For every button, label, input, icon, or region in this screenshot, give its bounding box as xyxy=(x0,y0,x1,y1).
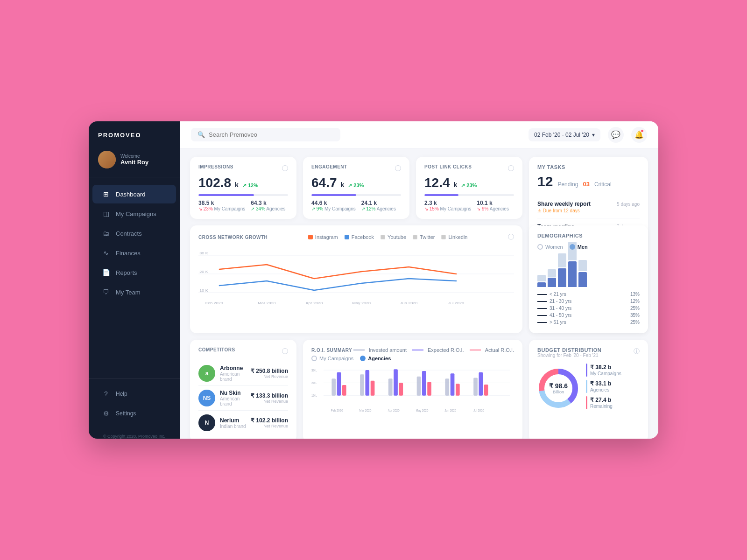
cross-network-card: CROSS NETWORK GROWTH Instagram Facebook … xyxy=(190,225,522,333)
competitors-card: COMPETITORS ⓘ a Arbonne American brand ₹… xyxy=(190,340,296,439)
svg-rect-26 xyxy=(399,383,403,395)
svg-rect-20 xyxy=(342,385,346,396)
demo-label-3: 41 - 50 yrs xyxy=(550,313,571,318)
svg-text:30 L: 30 L xyxy=(311,369,317,372)
sidebar-item-myteam[interactable]: ⛉My Team xyxy=(92,283,176,301)
campaigns-icon: ◫ xyxy=(102,210,110,218)
tasks-pending-label: Pending xyxy=(557,181,578,188)
sidebar-item-label: Dashboard xyxy=(116,191,146,198)
roi-legend: Invested amount Expected R.O.I. Actual R… xyxy=(353,347,514,353)
sidebar-item-reports[interactable]: 📄Reports xyxy=(92,263,176,282)
plc-sub2-label: Agencies xyxy=(490,206,509,211)
gender-men-label: Men xyxy=(578,244,588,250)
svg-text:Jun 2020: Jun 2020 xyxy=(444,409,457,412)
budget-card: BUDGET DISTRIBUTION Showing for Feb '20 … xyxy=(529,340,648,439)
impressions-info-icon[interactable]: ⓘ xyxy=(282,164,288,173)
date-range-button[interactable]: 02 Feb '20 - 02 Jul '20 ▾ xyxy=(529,128,600,141)
finances-icon: ∿ xyxy=(102,249,110,257)
comp-logo-nerium: N xyxy=(198,414,215,431)
copyright: © Copyright 2020, Promoveo Inc. xyxy=(89,430,180,439)
comp-type-0: American brand xyxy=(220,371,246,382)
comp-name-0: Arbonne xyxy=(220,365,246,371)
budget-donut: ₹ 98.6 Billion xyxy=(537,367,579,409)
sidebar-bottom: ?Help⚙Settings xyxy=(89,378,180,430)
imp-sub2-label: Agencies xyxy=(266,206,285,211)
engagement-info-icon[interactable]: ⓘ xyxy=(395,164,401,173)
budget-amount-1: ₹ 33.1 b xyxy=(590,380,611,387)
radio-agencies xyxy=(360,356,366,361)
chart-legend: Instagram Facebook Youtube Twitter Linke… xyxy=(308,234,468,240)
budget-title: BUDGET DISTRIBUTION xyxy=(537,347,601,353)
roi-tab-campaigns[interactable]: My Campaigns xyxy=(311,356,353,361)
logo: PROMOVEO xyxy=(89,121,180,146)
sidebar-item-finances[interactable]: ∿Finances xyxy=(92,244,176,262)
budget-donut-wrap: ₹ 98.6 Billion ₹ 38.2 b My Campaigns xyxy=(537,364,640,413)
plc-info-icon[interactable]: ⓘ xyxy=(508,164,514,173)
svg-rect-32 xyxy=(456,384,460,395)
roi-tab-agencies[interactable]: Agencies xyxy=(360,356,391,361)
search-input[interactable] xyxy=(209,131,334,138)
svg-text:10 L: 10 L xyxy=(311,394,317,397)
legend-linkedin: Linkedin xyxy=(448,234,467,240)
user-name: Avnit Roy xyxy=(120,159,148,166)
imp-sub2-value: 64.3 k xyxy=(251,200,285,206)
sidebar-item-help[interactable]: ?Help xyxy=(92,385,176,403)
legend-twitter: Twitter xyxy=(420,234,435,240)
messages-icon[interactable]: 💬 xyxy=(608,127,624,143)
sidebar-item-label: My Campaigns xyxy=(116,210,156,217)
competitor-item: a Arbonne American brand ₹ 250.8 billion… xyxy=(198,361,288,386)
svg-text:20 K: 20 K xyxy=(199,269,208,273)
imp-sub2-pct: ↗ 34% xyxy=(251,206,265,211)
tasks-critical-count: 03 xyxy=(583,181,589,188)
plc-sub1-pct: ↘ 15% xyxy=(424,206,439,211)
svg-rect-23 xyxy=(371,381,375,396)
demo-row: 41 - 50 yrs 35% xyxy=(537,312,640,319)
svg-text:Mar 2020: Mar 2020 xyxy=(258,301,275,305)
impressions-title: IMPRESSIONS xyxy=(198,164,233,169)
sidebar-item-label: Help xyxy=(116,391,127,397)
competitors-info-icon[interactable]: ⓘ xyxy=(282,347,288,356)
demo-row: 21 - 30 yrs 12% xyxy=(537,298,640,305)
app-shell: PROMOVEO Welcome Avnit Roy ⊞Dashboard◫My… xyxy=(89,121,658,439)
sidebar-item-label: Contracts xyxy=(116,230,142,237)
task-time: 5 days ago xyxy=(617,202,640,207)
comp-label-0: Net Revenue xyxy=(251,374,288,379)
notifications-icon[interactable]: 🔔 xyxy=(631,127,647,143)
comp-type-1: American brand xyxy=(220,396,246,406)
search-bar[interactable]: 🔍 xyxy=(191,128,340,141)
competitor-item: NS Nu Skin American brand ₹ 133.3 billio… xyxy=(198,386,288,411)
svg-text:20 L: 20 L xyxy=(311,381,317,385)
svg-text:Apr 2020: Apr 2020 xyxy=(306,301,323,305)
sidebar-item-contracts[interactable]: 🗂Contracts xyxy=(92,224,176,243)
impressions-value: 102.8 xyxy=(198,175,231,190)
svg-text:May 2020: May 2020 xyxy=(352,301,371,305)
demo-pct-1: 12% xyxy=(630,299,640,304)
svg-rect-31 xyxy=(451,373,455,395)
svg-rect-25 xyxy=(394,369,398,395)
plc-sub1-label: My Campaigns xyxy=(440,206,472,211)
sidebar-item-dashboard[interactable]: ⊞Dashboard xyxy=(92,185,176,203)
roi-chart-area: 30 L 20 L 10 L xyxy=(311,366,514,413)
impressions-card: IMPRESSIONS ⓘ 102.8 k ↗ 12% 38.5 k ↘ 23%… xyxy=(190,157,296,219)
sidebar-item-label: Finances xyxy=(116,250,141,257)
competitors-title: COMPETITORS xyxy=(198,347,235,356)
reports-icon: 📄 xyxy=(102,268,110,277)
svg-text:Jul 2020: Jul 2020 xyxy=(473,409,484,412)
sidebar-item-campaigns[interactable]: ◫My Campaigns xyxy=(92,204,176,223)
avatar xyxy=(98,151,116,168)
date-range-label: 02 Feb '20 - 02 Jul '20 xyxy=(534,132,589,138)
comp-logo-nuskin: NS xyxy=(198,390,215,406)
plc-title: POST LINK CLICKS xyxy=(424,164,472,169)
budget-info-icon[interactable]: ⓘ xyxy=(634,347,640,356)
plc-unit: k xyxy=(454,181,458,189)
budget-amount-0: ₹ 38.2 b xyxy=(590,364,621,371)
post-link-clicks-card: POST LINK CLICKS ⓘ 12.4 k ↗ 23% 2.3 k ↘ … xyxy=(416,157,522,219)
sidebar-item-label: Reports xyxy=(116,269,137,276)
demo-pct-0: 13% xyxy=(630,292,640,297)
eng-sub1-label: My Campaigns xyxy=(324,206,356,211)
content-grid: IMPRESSIONS ⓘ 102.8 k ↗ 12% 38.5 k ↘ 23%… xyxy=(180,148,658,439)
sidebar-item-settings[interactable]: ⚙Settings xyxy=(92,404,176,423)
tab-women[interactable]: Women xyxy=(537,244,563,250)
chart-info-icon[interactable]: ⓘ xyxy=(508,233,514,241)
radio-campaigns xyxy=(311,356,317,361)
